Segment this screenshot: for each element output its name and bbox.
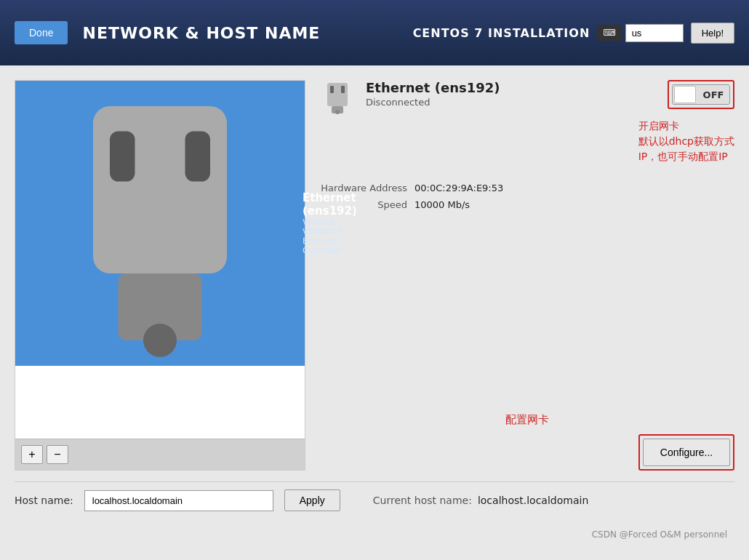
network-item-icon [26,89,294,357]
network-toggle[interactable]: OFF [672,84,730,105]
main-content: Ethernet (ens192) VMware VMXNET3 Etherne… [0,65,749,560]
speed-label: Speed [320,199,414,210]
footer: CSDN @Forced O&M personnel [15,529,734,545]
svg-rect-7 [330,86,334,93]
current-hostname-section: Current host name: localhost.localdomain [373,495,588,506]
svg-point-9 [335,110,340,114]
toggle-knob [674,86,696,103]
toggle-container: OFF [668,80,734,109]
network-list-panel: Ethernet (ens192) VMware VMXNET3 Etherne… [15,80,305,471]
speed-row: Speed 10000 Mb/s [320,199,734,210]
install-label: CENTOS 7 INSTALLATION [413,26,590,40]
hardware-address-value: 00:0C:29:9A:E9:53 [414,183,503,193]
help-button[interactable]: Help! [691,23,734,44]
svg-rect-2 [110,132,135,182]
apply-button[interactable]: Apply [284,489,340,511]
detail-name: Ethernet (ens192) [366,80,500,95]
configure-button[interactable]: Configure... [643,439,730,466]
hostname-section: Host name: Apply Current host name: loca… [15,481,734,519]
hardware-address-label: Hardware Address [320,183,414,193]
page-title: NETWORK & HOST NAME [82,24,320,42]
detail-ethernet-icon [320,80,355,115]
detail-header: Ethernet (ens192) Disconnected OFF 开启网卡 … [320,80,734,164]
current-hostname-label: Current host name: [373,495,472,506]
svg-rect-8 [341,86,345,93]
configure-area: 配置网卡 Configure... [320,413,734,471]
detail-text: Ethernet (ens192) Disconnected [366,80,500,108]
language-input[interactable] [625,24,684,42]
hostname-label: Host name: [15,495,73,506]
hardware-address-row: Hardware Address 00:0C:29:9A:E9:53 [320,183,734,193]
middle-section: Ethernet (ens192) VMware VMXNET3 Etherne… [15,80,734,471]
detail-properties: Hardware Address 00:0C:29:9A:E9:53 Speed… [320,183,734,216]
speed-value: 10000 Mb/s [414,199,470,210]
network-list-empty-area [15,366,305,439]
configure-button-wrapper: Configure... [638,434,734,471]
detail-info: Ethernet (ens192) Disconnected [320,80,500,115]
header-right: CENTOS 7 INSTALLATION ⌨ Help! [413,23,734,44]
done-button[interactable]: Done [15,21,68,44]
network-list-actions: + − [15,439,305,470]
network-list-item[interactable]: Ethernet (ens192) VMware VMXNET3 Etherne… [15,81,305,366]
hostname-input[interactable] [84,490,273,511]
header-left: Done NETWORK & HOST NAME [15,21,320,44]
svg-rect-0 [93,106,227,273]
current-hostname-value: localhost.localdomain [478,495,588,506]
add-network-button[interactable]: + [21,445,43,464]
header: Done NETWORK & HOST NAME CENTOS 7 INSTAL… [0,0,749,65]
detail-status: Disconnected [366,97,500,108]
toggle-label: OFF [697,89,729,100]
network-detail-panel: Ethernet (ens192) Disconnected OFF 开启网卡 … [320,80,734,471]
svg-rect-3 [185,132,211,182]
svg-point-4 [143,324,177,357]
configure-annotation: 配置网卡 [505,413,549,427]
keyboard-icon: ⌨ [597,25,621,41]
toggle-annotation: 开启网卡 默认以dhcp获取方式 IP，也可手动配置IP [638,119,734,164]
keyboard-area: ⌨ [597,24,683,42]
footer-text: CSDN @Forced O&M personnel [592,529,727,540]
remove-network-button[interactable]: − [47,445,68,464]
